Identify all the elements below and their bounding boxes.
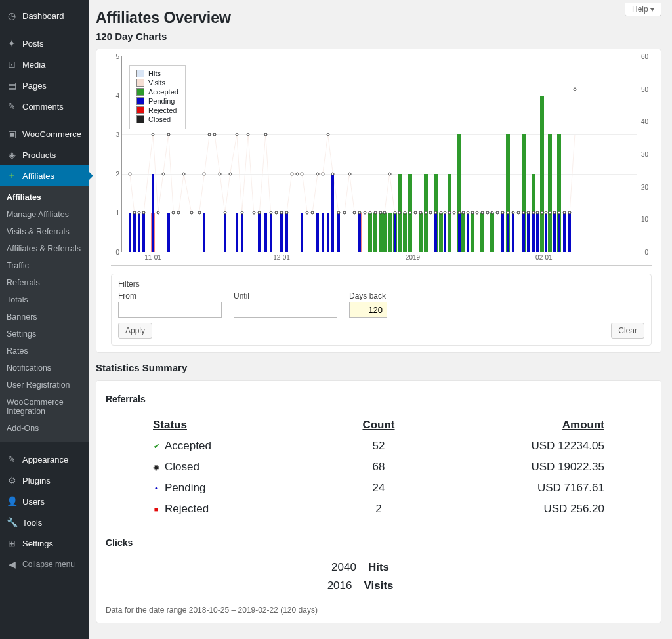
plugins-icon: ⚙: [7, 475, 17, 485]
clicks-heading: Clicks: [106, 537, 652, 548]
sub-settings[interactable]: Settings: [0, 325, 89, 342]
sub-totals[interactable]: Totals: [0, 291, 89, 308]
chart-legend: HitsVisitsAcceptedPendingRejectedClosed: [129, 65, 186, 129]
clicks-row: 2040Hits: [106, 558, 652, 577]
menu-collapse[interactable]: ◀Collapse menu: [0, 554, 89, 575]
pages-icon: ▤: [7, 80, 17, 91]
sub-notifications[interactable]: Notifications: [0, 360, 89, 377]
submenu-affiliates: Affiliates Manage Affiliates Visits & Re…: [0, 186, 89, 442]
menu-users[interactable]: 👤Users: [0, 491, 89, 512]
settings-icon: ⊞: [7, 538, 17, 548]
appearance-icon: ✎: [7, 454, 17, 464]
collapse-icon: ◀: [7, 559, 17, 569]
filters-panel: Filters From Until Days back Apply Clear: [111, 274, 652, 346]
menu-tools[interactable]: 🔧Tools: [0, 512, 89, 533]
menu-settings[interactable]: ⊞Settings: [0, 533, 89, 554]
menu-appearance[interactable]: ✎Appearance: [0, 449, 89, 470]
sub-referrals[interactable]: Referrals: [0, 274, 89, 291]
sub-user-registration[interactable]: User Registration: [0, 377, 89, 394]
sub-rates[interactable]: Rates: [0, 342, 89, 360]
menu-pages[interactable]: ▤Pages: [0, 75, 89, 96]
date-range-note: Data for the date range 2018-10-25 – 201…: [106, 606, 652, 615]
users-icon: 👤: [7, 496, 17, 506]
filters-title: Filters: [118, 279, 644, 289]
referral-row: •Pending24USD 7167.61: [153, 478, 604, 499]
pin-icon: ✦: [7, 38, 17, 49]
charts-title: 120 Day Charts: [96, 31, 662, 42]
filter-from-input[interactable]: [118, 302, 222, 318]
chart-area: 012345010203040506011-0112-01201902-01: [121, 56, 637, 252]
sub-woocommerce-integration[interactable]: WooCommerce Integration: [0, 394, 89, 420]
sub-visits-referrals[interactable]: Visits & Referrals: [0, 223, 89, 240]
clicks-row: 2016Visits: [106, 577, 652, 595]
referrals-heading: Referrals: [106, 394, 652, 404]
dashboard-icon: ◷: [7, 10, 17, 21]
clicks-table: 2040Hits2016Visits: [106, 558, 652, 595]
referrals-table: Status Count Amount ✔Accepted52USD 12234…: [106, 415, 652, 529]
apply-button[interactable]: Apply: [118, 323, 152, 339]
filter-daysback-input[interactable]: [349, 302, 387, 318]
products-icon: ◈: [7, 150, 17, 160]
filter-daysback-label: Days back: [349, 291, 387, 300]
referral-row: ✔Accepted52USD 12234.05: [153, 436, 604, 457]
menu-posts[interactable]: ✦Posts: [0, 33, 89, 54]
chart-card: 012345010203040506011-0112-01201902-01 H…: [96, 49, 662, 353]
clear-button[interactable]: Clear: [611, 323, 644, 339]
referral-row: ◉Closed68USD 19022.35: [153, 457, 604, 478]
media-icon: ⊡: [7, 59, 17, 70]
menu-media[interactable]: ⊡Media: [0, 54, 89, 75]
chart-wrap: 012345010203040506011-0112-01201902-01 H…: [111, 56, 652, 266]
tools-icon: 🔧: [7, 517, 17, 527]
admin-sidebar: ◷Dashboard ✦Posts ⊡Media ▤Pages ✎Comment…: [0, 0, 89, 639]
filter-from-label: From: [118, 291, 222, 300]
sub-traffic[interactable]: Traffic: [0, 257, 89, 274]
menu-plugins[interactable]: ⚙Plugins: [0, 470, 89, 491]
sub-addons[interactable]: Add-Ons: [0, 420, 89, 437]
menu-woocommerce[interactable]: ▣WooCommerce: [0, 123, 89, 144]
help-tab[interactable]: Help: [625, 3, 662, 16]
sub-affiliates[interactable]: Affiliates: [0, 189, 89, 206]
page-title: Affiliates Overview: [96, 9, 662, 27]
stats-card: Referrals Status Count Amount ✔Accepted5…: [96, 380, 662, 623]
comments-icon: ✎: [7, 101, 17, 112]
main-content: Help Affiliates Overview 120 Day Charts …: [89, 0, 672, 639]
filter-until-input[interactable]: [234, 302, 337, 318]
sub-affiliates-referrals[interactable]: Affiliates & Referrals: [0, 240, 89, 257]
referral-row: ■Rejected2USD 256.20: [153, 499, 604, 520]
menu-dashboard[interactable]: ◷Dashboard: [0, 5, 89, 26]
stats-summary-title: Statistics Summary: [96, 362, 662, 373]
sub-banners[interactable]: Banners: [0, 308, 89, 325]
filter-until-label: Until: [234, 291, 337, 300]
menu-affiliates[interactable]: ＋Affiliates: [0, 165, 89, 186]
menu-products[interactable]: ◈Products: [0, 144, 89, 165]
menu-comments[interactable]: ✎Comments: [0, 96, 89, 117]
referrals-header: Status Count Amount: [153, 415, 604, 436]
woocommerce-icon: ▣: [7, 129, 17, 139]
affiliates-icon: ＋: [7, 171, 17, 181]
sub-manage-affiliates[interactable]: Manage Affiliates: [0, 206, 89, 223]
